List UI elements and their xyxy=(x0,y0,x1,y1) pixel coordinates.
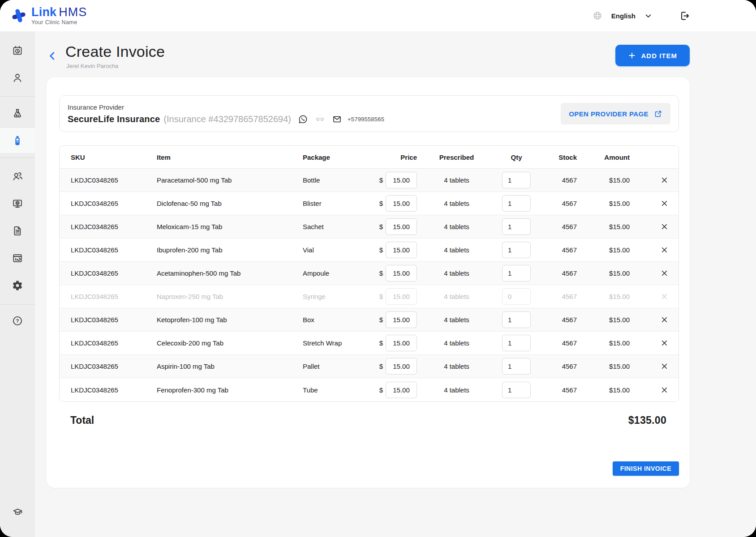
row-amount: $15.00 xyxy=(577,223,630,230)
sidebar-item-pharmacy[interactable] xyxy=(0,128,35,153)
sidebar-item-reports[interactable] xyxy=(0,245,35,271)
language-selector[interactable]: English xyxy=(593,11,653,21)
qty-input[interactable] xyxy=(502,265,531,281)
qty-input[interactable] xyxy=(502,311,531,328)
gear-icon xyxy=(12,280,23,291)
table-header-row: SKU Item Package Price Prescribed Qty St… xyxy=(60,146,679,169)
row-stock: 4567 xyxy=(537,176,577,184)
row-sku: LKDJC0348265 xyxy=(60,223,157,230)
app-window: Link HMS Your Clinic Name English xyxy=(0,0,756,537)
row-item-name: Aspirin-100 mg Tab xyxy=(157,362,303,370)
price-input[interactable] xyxy=(386,195,417,212)
invoice-items-table: SKU Item Package Price Prescribed Qty St… xyxy=(59,145,679,402)
open-provider-page-button[interactable]: OPEN PROVIDER PAGE xyxy=(561,103,670,124)
remove-row-icon[interactable] xyxy=(660,315,669,324)
row-price-cell: $ xyxy=(373,382,417,398)
column-header-qty: Qty xyxy=(496,153,537,161)
add-item-button[interactable]: ADD ITEM xyxy=(615,45,690,66)
qty-input[interactable] xyxy=(502,382,531,398)
sidebar-item-settings[interactable] xyxy=(0,273,35,298)
sidebar-item-staff[interactable] xyxy=(0,163,35,189)
sidebar-nav: $ xyxy=(0,31,35,537)
whatsapp-icon[interactable] xyxy=(298,114,308,124)
people-icon xyxy=(12,170,23,182)
billing-document-icon: $ xyxy=(12,225,23,237)
sidebar-divider xyxy=(0,96,35,97)
table-row: LKDJC0348265 Meloxicam-15 mg Tab Sachet … xyxy=(60,215,679,239)
row-qty-cell xyxy=(496,218,537,235)
table-row: LKDJC0348265 Paracetamol-500 mg Tab Bott… xyxy=(60,169,679,192)
remove-row-icon[interactable] xyxy=(660,362,669,371)
page-header: Create Invoice Jerel Kevin Parocha ADD I… xyxy=(35,31,756,69)
svg-text:$: $ xyxy=(16,229,18,233)
row-amount: $15.00 xyxy=(577,386,630,394)
row-item-name: Ibuprofen-200 mg Tab xyxy=(157,246,303,254)
remove-row-icon[interactable] xyxy=(660,292,669,301)
qty-input[interactable] xyxy=(502,358,531,375)
currency-symbol: $ xyxy=(379,362,383,370)
qty-input[interactable] xyxy=(502,195,531,212)
remove-row-icon[interactable] xyxy=(660,386,669,394)
row-prescribed: 4 tablets xyxy=(417,176,496,184)
sidebar-item-appointments[interactable] xyxy=(0,38,35,64)
qty-input[interactable] xyxy=(502,218,531,235)
row-prescribed: 4 tablets xyxy=(417,200,496,207)
price-input[interactable] xyxy=(386,172,417,188)
row-prescribed: 4 tablets xyxy=(417,246,496,254)
row-amount: $15.00 xyxy=(577,293,630,300)
qty-input[interactable] xyxy=(502,242,531,258)
sidebar-item-billing[interactable]: $ xyxy=(0,218,35,244)
qty-input[interactable] xyxy=(502,172,531,188)
finish-invoice-button[interactable]: FINISH INVOICE xyxy=(613,461,679,476)
price-input[interactable] xyxy=(386,311,417,328)
remove-row-icon[interactable] xyxy=(660,176,669,184)
row-sku: LKDJC0348265 xyxy=(60,246,157,254)
logout-button[interactable] xyxy=(679,10,690,21)
price-input[interactable] xyxy=(386,288,417,305)
sidebar-item-workstation[interactable] xyxy=(0,191,35,217)
sidebar-item-patients[interactable] xyxy=(0,65,35,91)
price-input[interactable] xyxy=(386,335,417,351)
row-stock: 4567 xyxy=(537,316,577,324)
price-input[interactable] xyxy=(386,358,417,375)
back-button[interactable] xyxy=(47,50,58,62)
row-package: Bottle xyxy=(303,176,373,184)
row-stock: 4567 xyxy=(537,269,577,277)
table-row: LKDJC0348265 Aspirin-100 mg Tab Pallet $… xyxy=(60,355,679,378)
row-qty-cell xyxy=(496,358,537,375)
qty-input[interactable] xyxy=(502,335,531,351)
mail-icon[interactable] xyxy=(332,114,342,124)
qty-input[interactable] xyxy=(502,288,531,305)
row-amount: $15.00 xyxy=(577,246,630,254)
row-sku: LKDJC0348265 xyxy=(60,362,157,370)
row-package: Vial xyxy=(303,246,373,254)
price-input[interactable] xyxy=(386,382,417,398)
row-sku: LKDJC0348265 xyxy=(60,176,157,184)
row-amount: $15.00 xyxy=(577,269,630,277)
row-qty-cell xyxy=(496,195,537,212)
row-item-name: Fenoprofen-300 mg Tab xyxy=(157,386,303,394)
row-prescribed: 4 tablets xyxy=(417,386,496,394)
row-remove-cell xyxy=(630,199,679,208)
price-input[interactable] xyxy=(386,265,417,281)
column-header-item: Item xyxy=(157,153,303,161)
price-input[interactable] xyxy=(386,242,417,258)
graduation-cap-icon xyxy=(12,507,23,518)
remove-row-icon[interactable] xyxy=(660,222,669,231)
brand-name-secondary: HMS xyxy=(59,6,87,18)
row-remove-cell xyxy=(630,269,679,277)
remove-row-icon[interactable] xyxy=(660,339,669,347)
link-icon[interactable] xyxy=(315,114,325,124)
sidebar-item-education[interactable] xyxy=(0,499,35,525)
sidebar-item-help[interactable]: ? xyxy=(0,308,35,334)
remove-row-icon[interactable] xyxy=(660,269,669,277)
column-header-prescribed: Prescribed xyxy=(417,153,496,161)
row-remove-cell xyxy=(630,222,679,231)
table-row: LKDJC0348265 Diclofenac-50 mg Tab Bliste… xyxy=(60,192,679,215)
open-provider-label: OPEN PROVIDER PAGE xyxy=(569,110,649,118)
price-input[interactable] xyxy=(386,218,417,235)
remove-row-icon[interactable] xyxy=(660,199,669,208)
remove-row-icon[interactable] xyxy=(660,246,669,254)
sidebar-item-laboratory[interactable] xyxy=(0,100,35,126)
row-price-cell: $ xyxy=(373,358,417,375)
